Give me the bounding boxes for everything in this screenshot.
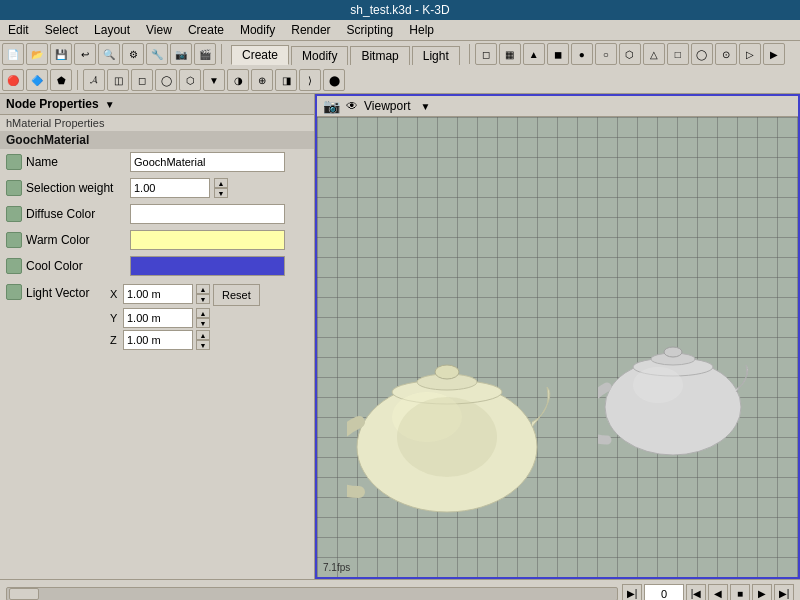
viewport-dropdown-icon[interactable]: ▼ [420, 101, 430, 112]
tb-geo3[interactable]: ▲ [523, 43, 545, 65]
menu-select[interactable]: Select [41, 22, 82, 38]
tab-light[interactable]: Light [412, 46, 460, 65]
tb-geo10[interactable]: ◯ [691, 43, 713, 65]
menu-view[interactable]: View [142, 22, 176, 38]
toolbar-area: 📄 📂 💾 ↩ 🔍 ⚙ 🔧 📷 🎬 Create Modify Bitmap L… [0, 41, 800, 94]
selweight-up[interactable]: ▲ [214, 178, 228, 188]
tb-geo9[interactable]: □ [667, 43, 689, 65]
prop-selweight-row: Selection weight ▲ ▼ [0, 175, 314, 201]
tb2-9[interactable]: ▼ [203, 69, 225, 91]
menu-layout[interactable]: Layout [90, 22, 134, 38]
lv-x-axis: X [110, 288, 120, 300]
tb-geo4[interactable]: ◼ [547, 43, 569, 65]
scrollbar-thumb[interactable] [9, 588, 39, 600]
tb-geo1[interactable]: ◻ [475, 43, 497, 65]
playback-prev[interactable]: ◀ [708, 584, 728, 601]
tb2-12[interactable]: ◨ [275, 69, 297, 91]
lv-z-up[interactable]: ▲ [196, 330, 210, 340]
prop-cool-icon [6, 258, 22, 274]
prop-selweight-input[interactable] [130, 178, 210, 198]
tb-redo[interactable]: 🔍 [98, 43, 120, 65]
tb2-4[interactable]: 𝓐 [83, 69, 105, 91]
svg-point-9 [664, 347, 682, 357]
viewport-camera-icon: 📷 [323, 98, 340, 114]
tb2-3[interactable]: ⬟ [50, 69, 72, 91]
lv-y-spinner: ▲ ▼ [196, 308, 210, 328]
lv-x-up[interactable]: ▲ [196, 284, 210, 294]
tb2-5[interactable]: ◫ [107, 69, 129, 91]
playback-stop[interactable]: ■ [730, 584, 750, 601]
panel-dropdown-icon[interactable]: ▼ [105, 99, 115, 110]
scrollbar[interactable] [6, 587, 618, 601]
tb-undo[interactable]: ↩ [74, 43, 96, 65]
toolbar-row-2: 🔴 🔷 ⬟ 𝓐 ◫ ◻ ◯ ⬡ ▼ ◑ ⊕ ◨ ⟩ ⬤ [0, 67, 800, 93]
menu-bar: Edit Select Layout View Create Modify Re… [0, 20, 800, 41]
tb-geo2[interactable]: ▦ [499, 43, 521, 65]
playback-start[interactable]: ▶| [622, 584, 642, 601]
tab-create[interactable]: Create [231, 45, 289, 65]
lv-z-down[interactable]: ▼ [196, 340, 210, 350]
tb-tool2[interactable]: 🔧 [146, 43, 168, 65]
frame-input[interactable] [644, 584, 684, 601]
tb2-2[interactable]: 🔷 [26, 69, 48, 91]
tb2-7[interactable]: ◯ [155, 69, 177, 91]
tb2-10[interactable]: ◑ [227, 69, 249, 91]
tb2-11[interactable]: ⊕ [251, 69, 273, 91]
lv-x-input[interactable] [123, 284, 193, 304]
lv-inputs: X ▲ ▼ Reset Y ▲ ▼ Z [110, 282, 260, 350]
tb2-6[interactable]: ◻ [131, 69, 153, 91]
lv-y-up[interactable]: ▲ [196, 308, 210, 318]
tab-bitmap[interactable]: Bitmap [350, 46, 409, 65]
menu-scripting[interactable]: Scripting [343, 22, 398, 38]
separator2 [469, 44, 470, 64]
tb2-8[interactable]: ⬡ [179, 69, 201, 91]
tb-geo5[interactable]: ● [571, 43, 593, 65]
prop-name-label: Name [26, 155, 126, 169]
tb-geo11[interactable]: ⊙ [715, 43, 737, 65]
tb2-14[interactable]: ⬤ [323, 69, 345, 91]
tb2-13[interactable]: ⟩ [299, 69, 321, 91]
tb-new[interactable]: 📄 [2, 43, 24, 65]
lv-z-spinner: ▲ ▼ [196, 330, 210, 350]
menu-help[interactable]: Help [405, 22, 438, 38]
tb-geo7[interactable]: ⬡ [619, 43, 641, 65]
prop-name-input[interactable] [130, 152, 285, 172]
tb-geo8[interactable]: △ [643, 43, 665, 65]
tb2-1[interactable]: 🔴 [2, 69, 24, 91]
lv-y-input[interactable] [123, 308, 193, 328]
menu-modify[interactable]: Modify [236, 22, 279, 38]
material-properties-label: hMaterial Properties [0, 115, 314, 131]
lv-x-down[interactable]: ▼ [196, 294, 210, 304]
prop-diffuse-label: Diffuse Color [26, 207, 126, 221]
selweight-down[interactable]: ▼ [214, 188, 228, 198]
lv-y-down[interactable]: ▼ [196, 318, 210, 328]
tb-tool3[interactable]: 📷 [170, 43, 192, 65]
menu-render[interactable]: Render [287, 22, 334, 38]
viewport-header: 📷 👁 Viewport ▼ [317, 96, 798, 117]
tb-geo6[interactable]: ○ [595, 43, 617, 65]
tab-modify[interactable]: Modify [291, 46, 348, 65]
tb-open[interactable]: 📂 [26, 43, 48, 65]
tb-geo13[interactable]: ▶ [763, 43, 785, 65]
menu-edit[interactable]: Edit [4, 22, 33, 38]
lv-x-row: X ▲ ▼ Reset [110, 282, 260, 306]
prop-warm-swatch[interactable] [130, 230, 285, 250]
playback-next-end[interactable]: ▶| [774, 584, 794, 601]
tb-geo12[interactable]: ▷ [739, 43, 761, 65]
panel-header: Node Properties ▼ [0, 94, 314, 115]
prop-diffuse-swatch[interactable] [130, 204, 285, 224]
menu-create[interactable]: Create [184, 22, 228, 38]
viewport-canvas[interactable]: 7.1fps [317, 117, 798, 577]
tb-tool1[interactable]: ⚙ [122, 43, 144, 65]
prop-cool-swatch[interactable] [130, 256, 285, 276]
prop-lightvec-icon [6, 284, 22, 300]
tb-save[interactable]: 💾 [50, 43, 72, 65]
playback-next[interactable]: ▶ [752, 584, 772, 601]
playback-prev-end[interactable]: |◀ [686, 584, 706, 601]
prop-cool-row: Cool Color [0, 253, 314, 279]
lv-z-input[interactable] [123, 330, 193, 350]
prop-lightvec-section: Light Vector X ▲ ▼ Reset Y ▲ ▼ [0, 279, 314, 353]
reset-button[interactable]: Reset [213, 284, 260, 306]
selweight-spinner: ▲ ▼ [214, 178, 228, 198]
tb-tool4[interactable]: 🎬 [194, 43, 216, 65]
